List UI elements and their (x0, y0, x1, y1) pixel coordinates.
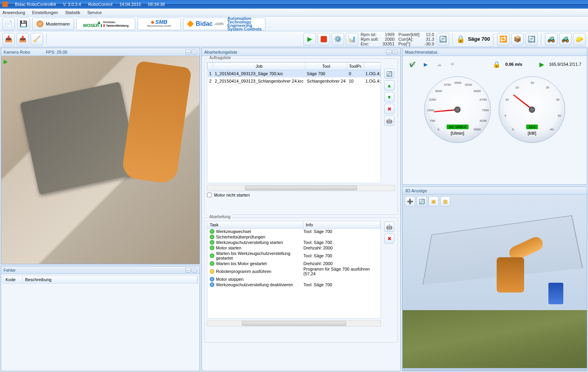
ab-min-icon[interactable]: — (386, 50, 392, 54)
table-row[interactable]: 11_20150414_093123_Säge 700.krcSäge 7000… (208, 70, 381, 78)
job-up-button[interactable]: ▲ (384, 80, 394, 90)
menu-anwendung[interactable]: Anwendung (2, 10, 25, 15)
list-item[interactable]: Roboterprogramm ausführenProgramm für Sä… (207, 266, 381, 276)
play-overlay-icon[interactable]: ▶ (4, 58, 8, 65)
job-robot-button[interactable]: 🤖 (384, 116, 394, 126)
workspace: Kamera Robo FPS: 29,00 —□ ▶ Fehler —□ (0, 47, 588, 372)
gauge-power: 0510152025303540 12.0 [kW] (499, 76, 565, 143)
status-dot-icon (210, 269, 214, 274)
menu-einstellungen[interactable]: Einstellungen (32, 10, 58, 15)
user-icon (36, 20, 44, 27)
status-eye-icon: 👁 (448, 60, 457, 69)
status-play-icon: ▶ (421, 60, 430, 69)
logo-smb: ◆SMB Maschinenbau GmbH (138, 18, 181, 30)
title-time: 09:34:38 (148, 2, 165, 7)
cam-max-icon[interactable]: □ (192, 50, 197, 54)
status-dot-icon (210, 282, 214, 287)
title-name: RoboControl (88, 2, 113, 7)
app-icon (2, 2, 8, 7)
position-value: 165.9/154.2/11.7 (549, 62, 581, 67)
group-auftragsliste: Auftragsliste Job Tool ToolPr. Info 11_2… (204, 58, 398, 215)
btn-refresh2[interactable]: 🔄 (525, 33, 538, 45)
table-row[interactable]: 22_20150414_093123_Schlangenbohrer 24.kr… (208, 78, 381, 85)
list-item[interactable]: Werkzeugschutzverstellung startenTool: S… (207, 240, 381, 245)
cam-min-icon[interactable]: — (185, 50, 191, 54)
panel-abarbeitungsliste: Abarbeitungsliste —□ Auftragsliste Job T… (201, 48, 401, 371)
motor-not-start-label: Motor nicht starten (214, 193, 250, 197)
status-ok-icon: ✔️ (408, 60, 417, 69)
task-list[interactable]: Task Info WerkzeugwechselTool: Säge 700S… (207, 221, 381, 319)
job-down-button[interactable]: ▼ (384, 92, 394, 102)
motor-not-start-checkbox[interactable] (207, 193, 212, 197)
task-hscroll[interactable] (207, 320, 381, 327)
task-robot-button[interactable]: 🤖 (384, 222, 394, 232)
list-item[interactable]: Motor startenDrehzahl: 2000 (207, 245, 381, 251)
play-button[interactable]: ▶ (303, 33, 316, 45)
status-dot-icon (210, 240, 214, 245)
fps-readout: FPS: 29,00 (46, 50, 67, 54)
group-abarbeitung: Abarbeitung Task Info WerkzeugwechselToo… (204, 217, 398, 343)
panel-fehler-title: Fehler (4, 268, 16, 273)
branding-bar: 📄 💾 Mustermann ▲Holzbau MOSERTaisten/Wel… (0, 16, 588, 31)
job-delete-button[interactable]: ✖ (384, 104, 394, 114)
chart-button[interactable]: 📊 (346, 33, 358, 45)
job-table[interactable]: Job Tool ToolPr. Info 11_20150414_093123… (207, 62, 381, 85)
panel-mstatus-title: Maschinenstatus (405, 50, 437, 54)
panel-abliste-title: Abarbeitungsliste (204, 50, 237, 54)
gear-button[interactable]: ⚙️ (332, 33, 344, 45)
btn-clear[interactable]: 🧹 (31, 33, 43, 45)
list-item[interactable]: WerkzeugwechselTool: Säge 700 (207, 229, 381, 234)
list-item[interactable]: Warten bis Werkzeugschutzverstellung ges… (207, 251, 381, 261)
panel-3d-title: 3D Anzeige (405, 188, 427, 193)
status-icon-row: ✔️ ▶ ☁ 👁 🔒 0.06 m/s ▶ 165.9/154.2/11.7 (403, 56, 587, 72)
lock-speed-icon: 🔒 (493, 61, 501, 68)
status-dot-icon (210, 235, 214, 239)
list-item[interactable]: Werkzeugschutzverstellung deaktivierenTo… (207, 282, 381, 287)
user-name: Mustermann (46, 22, 70, 26)
play-pos-icon: ▶ (539, 61, 544, 68)
status-dot-icon (210, 261, 214, 266)
telemetry-readout: Rpm ist:1999 Power[kW]:12.0 Rpm soll:200… (361, 32, 434, 46)
panel-camera: Kamera Robo FPS: 29,00 —□ ▶ (1, 48, 200, 264)
logo-bidac: 🔶 Bidac.com Automation TechnologyEnginee… (183, 18, 265, 30)
speed-value: 0.06 m/s (505, 62, 522, 67)
btn-track-left[interactable]: 🚜 (545, 33, 557, 45)
btn-import[interactable]: 📥 (2, 33, 15, 45)
3d-cubes1-button[interactable]: ▣ (428, 196, 439, 206)
lock-icon: 🔒 (456, 35, 465, 43)
camera-feed: ▶ (1, 56, 200, 264)
refresh-telemetry-button[interactable]: 🔄 (437, 33, 449, 45)
3d-cubes2-button[interactable]: ▦ (440, 196, 450, 206)
btn-track-right[interactable]: 🚜 (559, 33, 572, 45)
list-item[interactable]: Sicherheitsüberprüfungen (207, 234, 381, 240)
list-item[interactable]: Motor stoppen (207, 276, 381, 282)
btn-save[interactable]: 💾 (17, 18, 30, 30)
title-app: Bidac RoboControl64 (15, 2, 56, 7)
btn-export[interactable]: 📤 (16, 33, 29, 45)
main-toolbar: 📥 📤 🧹 ▶ ⚙️ 📊 Rpm ist:1999 Power[kW]:12.0… (0, 31, 588, 47)
titlebar: Bidac RoboControl64 V. 3.0.3.4 RoboContr… (0, 0, 588, 9)
btn-clean-track[interactable]: 🧽 (573, 33, 586, 45)
job-refresh-button[interactable]: 🔄 (384, 69, 394, 79)
menu-statistik[interactable]: Statistik (65, 10, 80, 15)
user-chip[interactable]: Mustermann (32, 18, 74, 30)
fehler-max-icon[interactable]: □ (192, 268, 197, 273)
status-dot-icon (210, 277, 214, 282)
stop-button[interactable] (318, 33, 330, 45)
fehler-min-icon[interactable]: — (185, 268, 191, 273)
threed-viewport[interactable]: ➕ 🔄 ▣ ▦ (403, 195, 587, 371)
btn-sync[interactable]: 🔁 (497, 33, 510, 45)
panel-3d: 3D Anzeige ➕ 🔄 ▣ ▦ (402, 186, 587, 371)
gauge-rpm: 0750150022503000375045005250600067507500… (424, 76, 491, 143)
fehler-header: Kode Beschreibung (3, 276, 198, 284)
3d-add-button[interactable]: ➕ (405, 196, 415, 206)
job-hscroll[interactable] (207, 185, 395, 191)
menu-service[interactable]: Service (87, 10, 102, 15)
list-item[interactable]: Warten bis Motor gestartetDrehzahl: 2000 (207, 261, 381, 266)
task-delete-button[interactable]: ✖ (384, 233, 394, 244)
btn-new-doc[interactable]: 📄 (2, 18, 15, 30)
btn-package[interactable]: 📦 (511, 33, 524, 45)
ab-max-icon[interactable]: □ (392, 50, 398, 54)
panel-fehler: Fehler —□ Kode Beschreibung (1, 266, 200, 371)
3d-refresh-button[interactable]: 🔄 (417, 196, 427, 206)
